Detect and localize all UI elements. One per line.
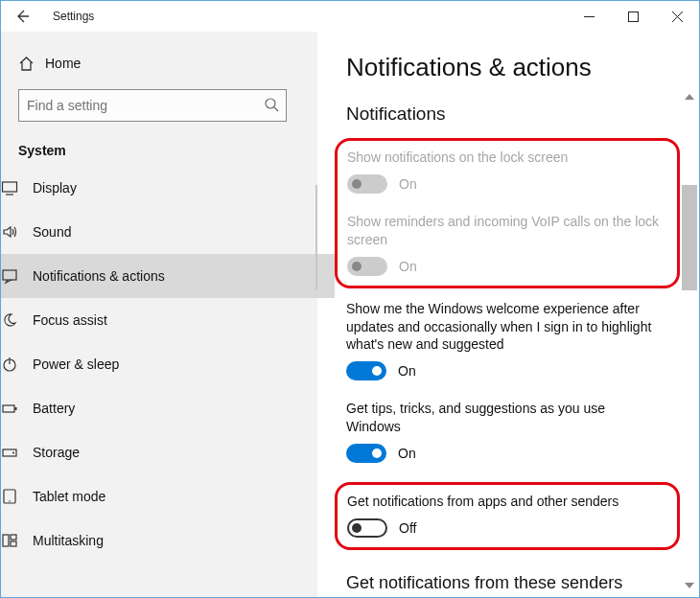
sidebar-item-label: Display xyxy=(33,180,77,196)
search-input[interactable] xyxy=(18,89,287,122)
maximize-icon xyxy=(628,12,639,22)
toggle-lock-screen-notifications xyxy=(347,174,387,194)
sidebar-item-label: Power & sleep xyxy=(33,356,119,372)
setting-label: Get notifications from apps and other se… xyxy=(347,493,664,511)
chevron-up-icon xyxy=(685,94,694,100)
battery-icon xyxy=(1,400,33,417)
tablet-icon xyxy=(1,488,33,505)
home-nav[interactable]: Home xyxy=(18,43,300,83)
svg-point-14 xyxy=(12,452,14,454)
toggle-state: Off xyxy=(399,520,416,536)
scroll-up-button[interactable] xyxy=(684,91,695,103)
setting-label: Show reminders and incoming VoIP calls o… xyxy=(347,213,664,249)
search-container xyxy=(18,89,300,122)
storage-icon xyxy=(1,444,33,461)
toggle-voip-lock-screen xyxy=(347,257,387,276)
setting-lock-screen-notifications: Show notifications on the lock screen On xyxy=(347,149,667,194)
sidebar-item-multitasking[interactable]: Multitasking xyxy=(0,518,335,563)
svg-rect-19 xyxy=(11,541,16,546)
home-icon xyxy=(18,56,45,72)
svg-point-16 xyxy=(9,500,11,502)
chevron-down-icon xyxy=(685,583,694,588)
window-buttons xyxy=(567,1,699,32)
page-title: Notifications & actions xyxy=(346,53,684,82)
setting-label: Show notifications on the lock screen xyxy=(347,149,664,167)
highlight-box-1: Show notifications on the lock screen On… xyxy=(335,138,680,288)
close-icon xyxy=(672,12,683,22)
scroll-down-button[interactable] xyxy=(684,580,695,591)
minimize-button[interactable] xyxy=(567,1,611,32)
sidebar-item-label: Focus assist xyxy=(33,312,107,328)
power-icon xyxy=(1,356,33,373)
setting-tips-tricks: Get tips, tricks, and suggestions as you… xyxy=(346,400,684,463)
sidebar-item-storage[interactable]: Storage xyxy=(0,430,335,474)
sidebar-item-label: Multitasking xyxy=(33,533,104,548)
maximize-button[interactable] xyxy=(611,1,655,32)
toggle-state: On xyxy=(399,176,417,192)
sidebar-item-focus-assist[interactable]: Focus assist xyxy=(0,298,335,342)
sidebar-item-sound[interactable]: Sound xyxy=(0,210,335,254)
toggle-tips-tricks[interactable] xyxy=(346,444,386,463)
main-scrollbar xyxy=(682,89,697,593)
setting-voip-lock-screen: Show reminders and incoming VoIP calls o… xyxy=(347,213,667,276)
svg-rect-17 xyxy=(3,535,9,546)
focus-assist-icon xyxy=(1,311,33,329)
toggle-state: On xyxy=(398,363,416,379)
scroll-thumb[interactable] xyxy=(682,185,697,290)
sidebar-item-label: Notifications & actions xyxy=(33,268,165,284)
sidebar-item-label: Sound xyxy=(33,224,71,240)
setting-welcome-experience: Show me the Windows welcome experience a… xyxy=(346,300,684,381)
toggle-state: On xyxy=(399,259,417,274)
sound-icon xyxy=(1,223,33,241)
section-title: Notifications xyxy=(346,104,684,125)
setting-label: Show me the Windows welcome experience a… xyxy=(346,300,663,355)
toggle-state: On xyxy=(398,446,416,461)
toggle-welcome-experience[interactable] xyxy=(346,361,386,380)
minimize-icon xyxy=(584,12,595,22)
toggle-app-notifications[interactable] xyxy=(347,518,387,538)
arrow-left-icon xyxy=(14,9,30,24)
highlight-box-2: Get notifications from apps and other se… xyxy=(335,482,680,550)
multitasking-icon xyxy=(1,532,33,549)
window-title: Settings xyxy=(53,10,94,23)
sidebar-item-battery[interactable]: Battery xyxy=(0,386,335,430)
sidebar-item-tablet-mode[interactable]: Tablet mode xyxy=(0,474,335,518)
notifications-icon xyxy=(1,267,33,285)
sidebar-item-label: Battery xyxy=(33,401,75,416)
sidebar: Home System Display Sound Notification xyxy=(1,32,317,597)
close-button[interactable] xyxy=(655,1,699,32)
setting-app-notifications: Get notifications from apps and other se… xyxy=(347,493,667,538)
main-content: Notifications & actions Notifications Sh… xyxy=(317,32,699,597)
sidebar-item-notifications[interactable]: Notifications & actions xyxy=(0,254,335,298)
sidebar-item-label: Storage xyxy=(33,445,80,460)
sidebar-item-power-sleep[interactable]: Power & sleep xyxy=(0,342,335,386)
sidebar-item-label: Tablet mode xyxy=(33,489,105,504)
nav-list: Display Sound Notifications & actions Fo… xyxy=(0,166,335,563)
category-title: System xyxy=(18,143,300,158)
titlebar: Settings xyxy=(1,1,699,32)
svg-rect-1 xyxy=(628,12,638,21)
svg-rect-18 xyxy=(11,535,16,540)
home-label: Home xyxy=(45,56,81,71)
svg-rect-11 xyxy=(3,405,14,412)
display-icon xyxy=(1,179,33,196)
svg-rect-6 xyxy=(3,182,17,192)
svg-rect-8 xyxy=(3,270,16,280)
svg-rect-12 xyxy=(15,407,17,410)
back-button[interactable] xyxy=(14,9,35,24)
senders-heading: Get notifications from these senders xyxy=(346,573,684,593)
setting-label: Get tips, tricks, and suggestions as you… xyxy=(346,400,663,436)
sidebar-item-display[interactable]: Display xyxy=(0,166,335,210)
